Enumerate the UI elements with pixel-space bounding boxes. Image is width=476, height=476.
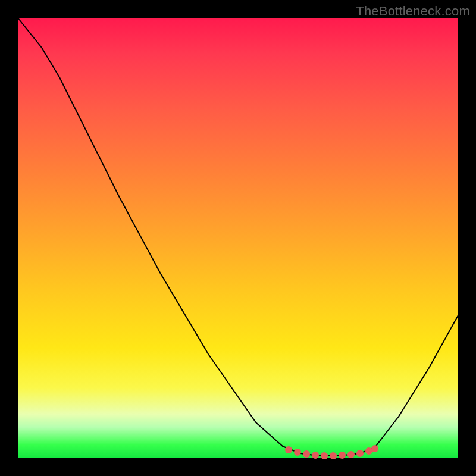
trough-marker: [303, 450, 310, 458]
trough-marker: [321, 452, 328, 459]
trough-marker: [294, 449, 301, 456]
trough-marker: [371, 445, 378, 452]
bottleneck-curve: [18, 18, 458, 456]
curve-svg: [18, 18, 458, 458]
trough-marker: [356, 450, 364, 457]
trough-marker: [347, 451, 355, 458]
trough-marker: [312, 452, 319, 459]
trough-marker: [330, 452, 337, 459]
watermark-label: TheBottleneck.com: [356, 4, 470, 19]
plot-area: [18, 18, 458, 458]
trough-marker: [339, 452, 346, 459]
chart-frame: TheBottleneck.com: [0, 0, 476, 476]
trough-marker: [285, 446, 292, 453]
